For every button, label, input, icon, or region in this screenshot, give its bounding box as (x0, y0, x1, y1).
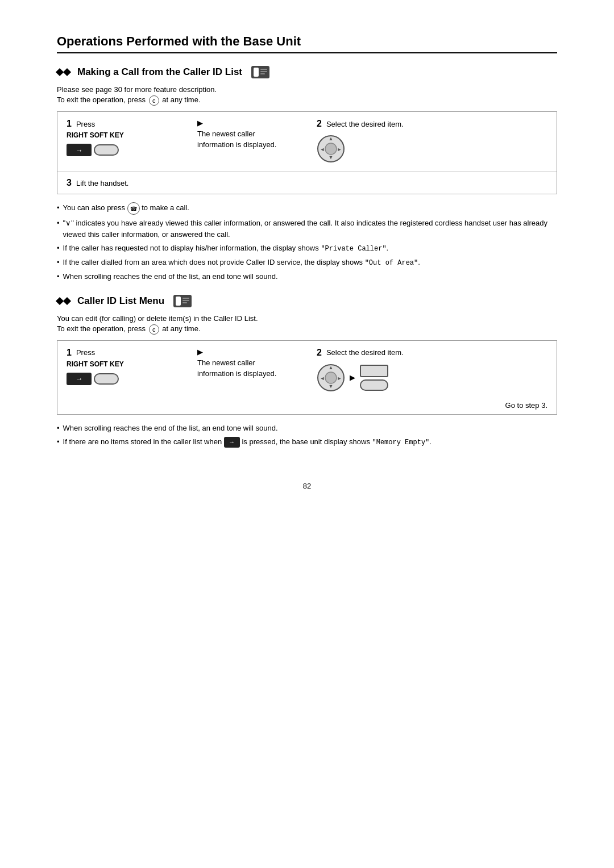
section2-title: Caller ID List Menu (57, 294, 557, 308)
section1-step1: 1 Press RIGHT SOFT KEY → (67, 119, 192, 156)
cancel-circle-icon-1: c (149, 95, 159, 106)
svg-rect-1 (254, 68, 259, 77)
section2-desc2: To exit the operation, press c at any ti… (57, 324, 557, 335)
bullet-1-3: If the caller has requested not to displ… (57, 243, 557, 254)
section1-step3-row: 3 Lift the handset. (57, 172, 557, 194)
bullet-1-1: You can also press ☎ to make a call. (57, 202, 557, 215)
section1-step2-label: Select the desired item. (326, 120, 404, 128)
section2-step-middle: ▶ The newest caller information is displ… (192, 348, 317, 378)
svg-text:◄: ◄ (320, 147, 325, 152)
svg-rect-2 (260, 69, 267, 70)
nav-wheel-icon-1: ▲ ▼ ◄ ► (317, 135, 345, 163)
bullet-1-4: If the caller dialled from an area which… (57, 257, 557, 268)
svg-point-17 (325, 372, 337, 383)
section1-step3: 3 Lift the handset. (67, 178, 128, 188)
page-number: 82 (57, 482, 557, 490)
svg-text:►: ► (337, 147, 342, 152)
soft-key-pill-1 (94, 144, 119, 156)
bullet-1-5: When scrolling reaches the end of the li… (57, 271, 557, 282)
soft-key-pill-2 (94, 373, 119, 385)
arrow-right-icon-2: → (67, 373, 92, 385)
go-to-step: Go to step 3. (57, 399, 557, 414)
section1-desc2: To exit the operation, press c at any ti… (57, 95, 557, 106)
cancel-circle-icon-2: c (149, 324, 159, 335)
svg-rect-12 (176, 297, 181, 306)
section1-steps-row: 1 Press RIGHT SOFT KEY → ▶ The newest ca… (57, 112, 557, 172)
menu-key-icon (360, 365, 388, 377)
section1-step2: 2 Select the desired item. ▲ ▼ ◄ ► (317, 119, 547, 165)
svg-text:▼: ▼ (329, 155, 334, 160)
svg-point-6 (325, 143, 337, 155)
svg-rect-15 (182, 302, 187, 303)
bullet-arrow-3: ▶ (350, 373, 355, 382)
svg-text:►: ► (337, 375, 342, 381)
bullet-2-1: When scrolling reaches the end of the li… (57, 423, 557, 434)
inline-key-icon: → (224, 437, 240, 448)
soft-key-pill-3 (360, 379, 388, 391)
svg-text:▼: ▼ (329, 383, 334, 389)
section-caller-id-menu: Caller ID List Menu You can edit (for ca… (57, 294, 557, 448)
arrow-right-icon: → (67, 144, 92, 156)
section1-bullets: You can also press ☎ to make a call. "∨"… (57, 202, 557, 282)
handset-icon-2 (172, 294, 193, 308)
svg-rect-3 (260, 71, 267, 72)
bullet-arrow-1: ▶ (197, 119, 317, 127)
section1-step-middle: ▶ The newest caller information is displ… (192, 119, 317, 149)
diamond-icon-1 (57, 69, 70, 75)
handset-icon-1 (250, 65, 271, 80)
section2-bullets: When scrolling reaches the end of the li… (57, 423, 557, 448)
svg-rect-13 (182, 298, 189, 299)
section2-steps-row: 1 Press RIGHT SOFT KEY → ▶ The newest ca… (57, 341, 557, 399)
page-title: Operations Performed with the Base Unit (57, 34, 557, 53)
section2-step2: 2 Select the desired item. ▲ ▼ ◄ ► ▶ (317, 348, 547, 392)
section2-instruction-box: 1 Press RIGHT SOFT KEY → ▶ The newest ca… (57, 340, 557, 415)
nav-wheel-icon-2: ▲ ▼ ◄ ► (317, 364, 345, 392)
call-button-icon: ☎ (127, 202, 140, 215)
svg-text:▲: ▲ (329, 365, 334, 370)
svg-text:◄: ◄ (320, 375, 325, 381)
section2-step2-label: Select the desired item. (326, 348, 404, 357)
bullet-2-2: If there are no items stored in the call… (57, 436, 557, 448)
section1-desc1: Please see page 30 for more feature desc… (57, 85, 557, 94)
section1-instruction-box: 1 Press RIGHT SOFT KEY → ▶ The newest ca… (57, 111, 557, 194)
svg-text:▲: ▲ (329, 136, 334, 141)
svg-rect-14 (182, 300, 189, 301)
bullet-arrow-2: ▶ (197, 348, 317, 356)
bullet-1-2: "∨" indicates you have already viewed th… (57, 218, 557, 240)
section2-desc1: You can edit (for calling) or delete ite… (57, 314, 557, 323)
svg-rect-4 (260, 73, 265, 74)
section1-title: Making a Call from the Caller ID List (57, 65, 557, 80)
diamond-icon-2 (57, 298, 70, 304)
section2-step1: 1 Press RIGHT SOFT KEY → (67, 348, 192, 385)
section-making-call: Making a Call from the Caller ID List Pl… (57, 65, 557, 282)
